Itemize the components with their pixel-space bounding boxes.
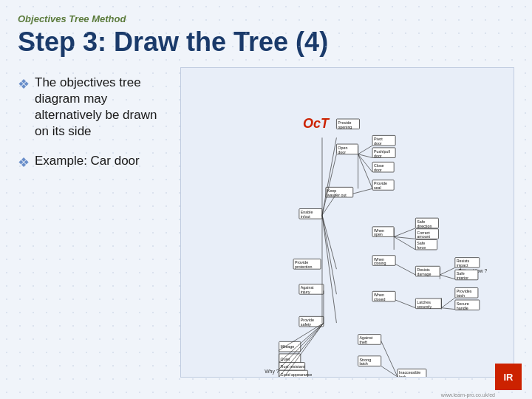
top-label: Objectives Tree Method <box>18 13 514 24</box>
svg-text:protection: protection <box>295 265 312 269</box>
svg-text:door: door <box>374 153 382 157</box>
svg-line-109 <box>395 264 415 275</box>
tree-diagram: .node rect { fill: white; stroke: #333; … <box>181 68 514 377</box>
svg-line-105 <box>394 228 415 236</box>
svg-line-96 <box>322 215 336 294</box>
svg-text:Why ?: Why ? <box>265 369 279 375</box>
svg-line-113 <box>395 300 415 308</box>
svg-text:in/out: in/out <box>301 214 311 219</box>
svg-text:amount: amount <box>417 234 430 239</box>
tree-diagram-panel: .node rect { fill: white; stroke: #333; … <box>180 67 514 378</box>
left-panel: ❖ The objectives tree diagram may altern… <box>18 67 173 378</box>
bottom-logo: IR <box>495 364 525 393</box>
svg-line-93 <box>322 154 336 215</box>
svg-text:damage: damage <box>417 272 431 276</box>
svg-line-104 <box>353 188 372 194</box>
content-area: ❖ The objectives tree diagram may altern… <box>18 67 514 378</box>
svg-text:injury: injury <box>301 290 310 294</box>
svg-text:latch: latch <box>457 293 465 298</box>
svg-text:lock: lock <box>399 375 406 377</box>
watermark: www.learn-pro.co.uk/ed <box>441 392 495 398</box>
slide: Objectives Tree Method Step 3: Draw the … <box>0 0 532 399</box>
svg-line-102 <box>358 154 372 188</box>
svg-text:door: door <box>374 168 382 172</box>
svg-line-95 <box>322 215 336 269</box>
svg-text:force: force <box>417 245 426 250</box>
diamond-icon-2: ❖ <box>18 154 30 171</box>
svg-line-110 <box>440 267 454 275</box>
svg-text:theft: theft <box>360 340 368 344</box>
logo-square: IR <box>495 364 522 390</box>
svg-line-111 <box>440 275 454 279</box>
svg-text:open: open <box>374 232 383 236</box>
bullet-2-text: Example: Car door <box>35 153 140 169</box>
svg-text:handle: handle <box>457 305 468 310</box>
bullet-1-text: The objectives tree diagram may alternat… <box>35 75 173 140</box>
diamond-icon-1: ❖ <box>18 76 30 93</box>
svg-line-99 <box>358 146 372 154</box>
svg-text:safety: safety <box>301 322 312 327</box>
svg-text:door: door <box>374 141 382 146</box>
bullet-1: ❖ The objectives tree diagram may altern… <box>18 75 173 140</box>
svg-text:impact: impact <box>457 263 468 267</box>
svg-text:securely: securely <box>417 304 432 308</box>
svg-text:Good appearance: Good appearance <box>281 372 313 377</box>
svg-line-114 <box>441 298 454 308</box>
svg-line-115 <box>441 307 454 309</box>
svg-text:latch: latch <box>360 361 368 366</box>
svg-text:closed: closed <box>374 297 385 301</box>
oct-badge: OcT <box>296 112 336 134</box>
svg-text:seal: seal <box>374 185 381 190</box>
svg-line-92 <box>322 137 336 215</box>
main-title: Step 3: Draw the Tree (4) <box>18 27 514 57</box>
bullet-2: ❖ Example: Car door <box>18 153 173 171</box>
svg-line-101 <box>358 154 372 171</box>
svg-text:closing: closing <box>374 261 386 265</box>
svg-line-97 <box>322 215 336 323</box>
svg-text:door: door <box>338 149 346 154</box>
svg-text:interior: interior <box>457 275 469 279</box>
svg-text:direction: direction <box>417 223 432 228</box>
svg-text:opening: opening <box>338 124 352 129</box>
svg-text:washer out: washer out <box>327 193 347 197</box>
